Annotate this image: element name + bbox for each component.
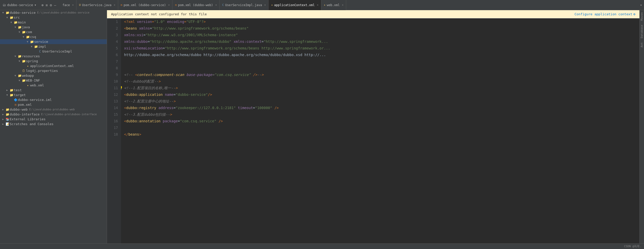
tab-userservice[interactable]: UUserService.java× bbox=[76, 0, 118, 10]
tree-item-applicationContext-xml[interactable]: ✦applicationContext.xml bbox=[0, 63, 107, 68]
tree-label: webapp bbox=[22, 74, 34, 77]
tree-label: External Libraries bbox=[10, 117, 46, 121]
tab-face[interactable]: face× bbox=[59, 0, 76, 10]
code-line-1: <?xml version="1.0" encoding="UTF-8"?> bbox=[124, 18, 639, 25]
tree-item-java[interactable]: ▼📁java bbox=[0, 25, 107, 30]
tab-bar: face×UUserService.java×mpom.xml (dubbo-s… bbox=[59, 0, 638, 10]
main-layout: ▼📁dubbo-serviceE:\java\dubbo-pro\dubbo-s… bbox=[0, 10, 644, 243]
tree-label: spring bbox=[26, 59, 38, 63]
configure-link[interactable]: Configure application context ⚙ bbox=[574, 12, 635, 16]
tree-item-WEB-INF[interactable]: ▼📁WEB-INF bbox=[0, 78, 107, 83]
tree-item-webapp[interactable]: ▼📁webapp bbox=[0, 73, 107, 78]
code-line-17 bbox=[124, 124, 639, 131]
tree-item-External-Libraries[interactable]: ▶📚External Libraries bbox=[0, 117, 107, 122]
tree-indent bbox=[0, 74, 13, 77]
code-text-18: </beans> bbox=[124, 132, 141, 137]
tree-label: src bbox=[14, 16, 20, 19]
tree-item-csq[interactable]: ▼📁csq bbox=[0, 34, 107, 39]
tree-item-impl[interactable]: ▼📁impl bbox=[0, 44, 107, 49]
tree-item-dubbo-service[interactable]: ▼📁dubbo-serviceE:\java\dubbo-pro\dubbo-s… bbox=[0, 10, 107, 15]
right-panel-database[interactable]: Database bbox=[640, 23, 643, 40]
tree-item-Scratches-and-Consoles[interactable]: ▶📝Scratches and Consoles bbox=[0, 122, 107, 126]
tree-icon-applicationContext-xml: ✦ bbox=[25, 64, 30, 68]
line-number-14: 14 bbox=[107, 104, 121, 111]
tree-label: csq bbox=[30, 35, 36, 39]
line-number-15: 15 bbox=[107, 111, 121, 118]
line-number-10: 10 bbox=[107, 78, 121, 85]
code-text-14: <dubbo:registry address="zookeeper://127… bbox=[124, 105, 279, 111]
right-panel-ant[interactable]: Ant bbox=[640, 40, 643, 49]
tab-icon-webxml: ✦ bbox=[324, 3, 326, 7]
tab-pom-web[interactable]: mpom.xml (dubbo-web)× bbox=[172, 0, 220, 10]
tree-item-dubbo-web[interactable]: ▶📁dubbo-webE:\java\dubbo-pro\dubbo-web bbox=[0, 107, 107, 112]
tab-close-userserviceimpl[interactable]: × bbox=[264, 4, 266, 6]
tree-path-hint: E:\java\dubbo-pro\duboo-interface bbox=[41, 113, 97, 116]
code-content[interactable]: <?xml version="1.0" encoding="UTF-8"?><b… bbox=[121, 18, 639, 243]
gutter-icon-11[interactable]: 💡 bbox=[121, 85, 123, 91]
tree-item-test[interactable]: ▶📁test bbox=[0, 88, 107, 93]
tab-pom-service[interactable]: mpom.xml (dubbo-service)× bbox=[118, 0, 173, 10]
code-text-10: <!--dubbo的配置--> bbox=[124, 78, 160, 84]
layout-icon[interactable]: ≡ bbox=[46, 3, 48, 7]
line-number-11: 11 bbox=[107, 85, 121, 91]
tree-arrow: ▼ bbox=[1, 11, 5, 14]
tree-indent bbox=[0, 49, 34, 53]
tab-close-webxml[interactable]: × bbox=[342, 4, 343, 6]
tree-icon-com: 📁 bbox=[21, 30, 26, 34]
tree-icon-webapp: 📁 bbox=[17, 74, 22, 77]
settings-icon[interactable]: ⚙ bbox=[50, 3, 52, 7]
code-line-4: xmlns:dubbo="http://dubbo.apache.org/sch… bbox=[124, 38, 639, 45]
tree-item-dubbo-interface[interactable]: ▶📁dubbo-interfaceE:\java\dubbo-pro\duboo… bbox=[0, 112, 107, 117]
tree-item-web-xml[interactable]: ✦web.xml bbox=[0, 83, 107, 88]
tab-close-pom-web[interactable]: × bbox=[215, 4, 217, 6]
tree-item-target[interactable]: ▼📁target bbox=[0, 93, 107, 97]
line-number-6: 6 bbox=[107, 51, 121, 58]
tab-close-appcontext[interactable]: × bbox=[317, 4, 318, 6]
tree-indent bbox=[0, 45, 30, 48]
tree-item-com[interactable]: ▼📁com bbox=[0, 30, 107, 34]
tab-webxml[interactable]: ✦web.xml× bbox=[321, 0, 346, 10]
tab-more-button[interactable]: ▾ bbox=[638, 3, 644, 7]
line-number-12: 12 bbox=[107, 91, 121, 98]
tab-close-pom-service[interactable]: × bbox=[168, 4, 170, 6]
tab-userserviceimpl[interactable]: CUserServiceImpl.java× bbox=[220, 0, 269, 10]
right-panel-maven[interactable]: Maven bbox=[640, 10, 643, 23]
code-line-2: <beans xmlns="http://www.springframework… bbox=[124, 25, 639, 32]
tree-item-log4j-properties[interactable]: 🗒log4j.properties bbox=[0, 68, 107, 73]
tree-indent bbox=[0, 78, 17, 82]
tree-item-service[interactable]: ▼📁service bbox=[0, 39, 107, 44]
tree-item-dubbo-service-iml[interactable]: 🔷dubbo-service.iml bbox=[0, 97, 107, 102]
tab-appcontext[interactable]: ✦applicationContext.xml× bbox=[269, 0, 321, 10]
line-number-3: 3 bbox=[107, 32, 121, 38]
tree-item-pom-xml[interactable]: mpom.xml bbox=[0, 102, 107, 107]
tree-label: applicationContext.xml bbox=[30, 64, 74, 68]
tree-item-UserServiceImpl[interactable]: CUserServiceImpl bbox=[0, 49, 107, 54]
tree-label: test bbox=[14, 88, 22, 92]
line-number-5: 5 bbox=[107, 45, 121, 51]
tree-item-src[interactable]: ▼📁src bbox=[0, 15, 107, 20]
code-text-6: http://dubbo.apache.org/schema/dubbo htt… bbox=[124, 52, 326, 58]
project-label[interactable]: 🗂 dubbo-service ▾ bbox=[0, 3, 39, 7]
code-text-5: xsi:schemaLocation="http://www.springfra… bbox=[124, 45, 330, 51]
tab-label-pom-service: pom.xml (dubbo-service) bbox=[124, 3, 166, 7]
line-number-7: 7 bbox=[107, 58, 121, 65]
tree-arrow: ▼ bbox=[13, 74, 17, 77]
tree-indent bbox=[0, 88, 5, 92]
tree-item-spring[interactable]: ▼📁spring bbox=[0, 59, 107, 63]
code-line-14: <dubbo:registry address="zookeeper://127… bbox=[124, 104, 639, 111]
code-line-3: xmlns:xsi="http://www.w3.org/2001/XMLSch… bbox=[124, 32, 639, 38]
tab-icon-pom-web: m bbox=[175, 3, 177, 7]
tree-label: dubbo-web bbox=[10, 108, 28, 111]
tree-arrow: ▼ bbox=[9, 21, 13, 24]
globe-icon[interactable]: ⊕ bbox=[42, 3, 44, 7]
tree-icon-impl: 📁 bbox=[34, 45, 38, 48]
minimize-icon[interactable]: — bbox=[54, 3, 56, 7]
code-line-8 bbox=[124, 65, 639, 71]
code-text-16: <dubbo:annotation package="com.csq.servi… bbox=[124, 118, 223, 124]
code-line-15: <!--3.配置dubbo包扫描--> bbox=[124, 111, 639, 118]
tab-close-userservice[interactable]: × bbox=[114, 4, 115, 6]
tree-item-resources[interactable]: ▼📁resources bbox=[0, 54, 107, 59]
code-line-6: http://dubbo.apache.org/schema/dubbo htt… bbox=[124, 51, 639, 58]
tree-item-main[interactable]: ▼📁main bbox=[0, 20, 107, 25]
tab-close-face[interactable]: × bbox=[72, 4, 74, 6]
